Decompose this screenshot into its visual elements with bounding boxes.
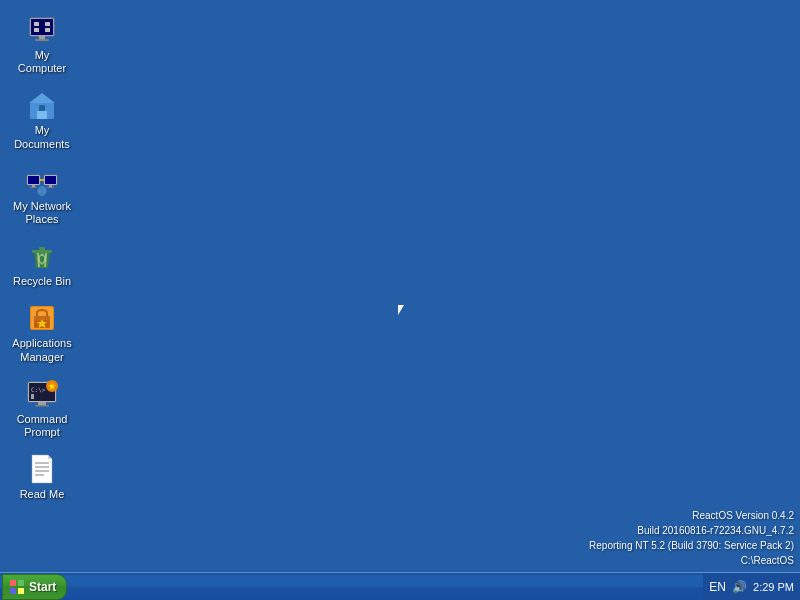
- version-line1: ReactOS Version 0.4.2: [589, 508, 794, 523]
- svg-rect-16: [30, 187, 37, 188]
- my-computer-image: [26, 14, 58, 46]
- windows-logo-icon: [9, 579, 25, 595]
- svg-marker-10: [29, 93, 55, 103]
- version-info: ReactOS Version 0.4.2 Build 20160816-r72…: [589, 508, 794, 568]
- svg-rect-18: [45, 176, 56, 184]
- svg-rect-6: [45, 22, 50, 26]
- svg-rect-11: [37, 111, 47, 119]
- svg-rect-26: [39, 247, 45, 250]
- svg-rect-14: [28, 176, 39, 184]
- svg-rect-12: [39, 105, 45, 111]
- read-me-image: [26, 453, 58, 485]
- language-indicator: EN: [709, 580, 726, 594]
- version-line3: Reporting NT 5.2 (Build 3790: Service Pa…: [589, 538, 794, 553]
- svg-rect-35: [35, 405, 49, 407]
- my-network-places-icon[interactable]: My NetworkPlaces: [6, 161, 78, 230]
- read-me-label: Read Me: [20, 488, 65, 501]
- command-prompt-label: CommandPrompt: [17, 413, 68, 439]
- svg-rect-44: [10, 580, 16, 586]
- command-prompt-icon[interactable]: C:\> CommandPrompt: [6, 374, 78, 443]
- svg-rect-3: [35, 39, 49, 41]
- my-computer-label: MyComputer: [18, 49, 66, 75]
- recycle-bin-icon[interactable]: Recycle Bin: [6, 236, 78, 292]
- command-prompt-image: C:\>: [26, 378, 58, 410]
- my-documents-label: MyDocuments: [14, 124, 70, 150]
- recycle-bin-label: Recycle Bin: [13, 275, 71, 288]
- applications-manager-icon[interactable]: ApplicationsManager: [6, 298, 78, 367]
- my-documents-image: [26, 89, 58, 121]
- volume-icon: 🔊: [732, 580, 747, 594]
- svg-rect-45: [18, 580, 24, 586]
- taskbar-tray: EN 🔊 2:29 PM: [703, 573, 800, 600]
- read-me-icon[interactable]: Read Me: [6, 449, 78, 505]
- svg-rect-2: [39, 36, 45, 39]
- svg-rect-25: [32, 250, 52, 253]
- svg-rect-7: [34, 28, 39, 32]
- start-button[interactable]: Start: [2, 574, 67, 600]
- my-network-places-image: [26, 165, 58, 197]
- version-line2: Build 20160816-r72234.GNU_4.7.2: [589, 523, 794, 538]
- svg-text:C:\>: C:\>: [31, 386, 46, 393]
- start-label: Start: [29, 580, 56, 594]
- svg-rect-34: [38, 402, 46, 405]
- svg-rect-46: [10, 588, 16, 594]
- clock: 2:29 PM: [753, 581, 794, 593]
- my-network-places-label: My NetworkPlaces: [13, 200, 71, 226]
- applications-manager-label: ApplicationsManager: [12, 337, 71, 363]
- taskbar: Start EN 🔊 2:29 PM: [0, 572, 800, 600]
- svg-rect-19: [49, 185, 52, 187]
- version-line4: C:\ReactOS: [589, 553, 794, 568]
- svg-rect-47: [18, 588, 24, 594]
- desktop: MyComputer MyDocuments: [0, 0, 800, 572]
- my-documents-icon[interactable]: MyDocuments: [6, 85, 78, 154]
- svg-rect-5: [34, 22, 39, 26]
- applications-manager-image: [26, 302, 58, 334]
- svg-rect-37: [31, 394, 34, 399]
- svg-rect-15: [32, 185, 35, 187]
- recycle-bin-image: [26, 240, 58, 272]
- svg-rect-8: [45, 28, 50, 32]
- my-computer-icon[interactable]: MyComputer: [6, 10, 78, 79]
- svg-rect-20: [47, 187, 54, 188]
